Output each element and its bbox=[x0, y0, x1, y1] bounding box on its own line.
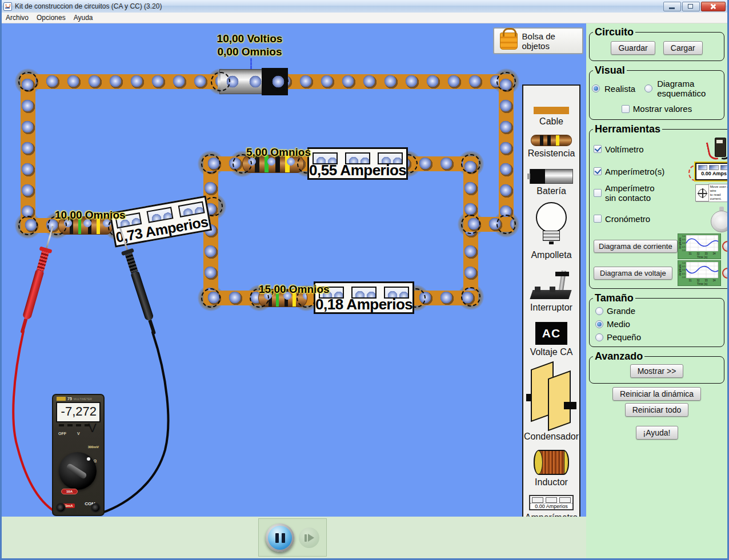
svg-text:-1.0: -1.0 bbox=[682, 249, 686, 252]
menu-ayuda[interactable]: Ayuda bbox=[70, 14, 97, 22]
group-avanzado: Avanzado Mostrar >> bbox=[589, 350, 724, 384]
voltmeter-icon bbox=[707, 137, 729, 161]
wire-left[interactable] bbox=[21, 74, 35, 233]
svg-text:-0.5: -0.5 bbox=[682, 272, 686, 275]
medio-label: Medio bbox=[607, 319, 630, 329]
amperimetros-checkbox[interactable] bbox=[594, 167, 602, 175]
minimize-button[interactable] bbox=[663, 2, 681, 11]
junction[interactable] bbox=[461, 215, 480, 234]
ammeter-tool-icon: 0.00 Amps bbox=[695, 163, 729, 180]
voltage-chart-thumbnail: Amplitude 1.0 0.5 0.0 -0.5 -1.0 31 32 33… bbox=[678, 260, 729, 286]
diagrama-voltaje-button[interactable]: Diagrama de voltaje bbox=[594, 267, 672, 280]
svg-text:-1.0: -1.0 bbox=[682, 276, 686, 279]
multimeter-300mv-label: 300mV bbox=[88, 445, 99, 449]
junction[interactable] bbox=[496, 215, 516, 234]
svg-text:0.0: 0.0 bbox=[682, 242, 685, 244]
diagrama-corriente-button[interactable]: Diagrama de corriente bbox=[594, 240, 678, 253]
grande-radio[interactable] bbox=[595, 307, 603, 315]
pause-button[interactable] bbox=[266, 523, 294, 552]
multimeter-logo bbox=[57, 397, 66, 401]
reiniciar-dinamica-button[interactable]: Reiniciar la dinámica bbox=[612, 387, 701, 401]
restore-button[interactable] bbox=[682, 2, 700, 11]
group-circuito-title: Circuito bbox=[593, 26, 635, 38]
multimeter-brand: MULTIMETER bbox=[74, 397, 92, 401]
svg-text:1.0: 1.0 bbox=[682, 235, 685, 237]
toolbox-item-resistencia[interactable]: Resistencia bbox=[528, 127, 575, 159]
junction[interactable] bbox=[18, 216, 38, 235]
pequeno-label: Pequeño bbox=[607, 332, 641, 342]
restore-icon bbox=[688, 4, 693, 9]
svg-text:0.0: 0.0 bbox=[682, 269, 685, 271]
junction[interactable] bbox=[201, 288, 221, 308]
multimeter-dial[interactable] bbox=[59, 452, 97, 490]
ayuda-button[interactable]: ¡Ayuda! bbox=[636, 426, 678, 440]
sin-contacto-checkbox[interactable] bbox=[594, 189, 602, 197]
grande-label: Grande bbox=[607, 306, 635, 316]
clock-control-bar bbox=[2, 517, 586, 558]
menu-archivo[interactable]: Archivo bbox=[2, 14, 33, 22]
noncontact-ammeter-icon: Move over a wire to read current. bbox=[695, 184, 729, 202]
toolbox-item-cable[interactable]: Cable bbox=[534, 95, 569, 127]
circuit-canvas[interactable]: 0,55 Amperios 0,18 Amperios 0,73 Amperio… bbox=[2, 23, 586, 517]
toolbox-item-amperimetro[interactable]: 0.00 Amperios Amperímetro bbox=[525, 488, 578, 517]
junction[interactable] bbox=[18, 72, 38, 91]
wire-right[interactable] bbox=[499, 74, 514, 232]
black-lead-wire[interactable] bbox=[95, 332, 168, 515]
toolbox-item-interruptor[interactable]: Interruptor bbox=[530, 260, 572, 313]
resistor-10-label: 10,00 Omnios bbox=[55, 209, 126, 221]
multimeter-display: -7,272 V bbox=[56, 402, 101, 422]
junction[interactable] bbox=[211, 72, 230, 91]
junction[interactable] bbox=[201, 154, 221, 174]
toolbox-label: Amperímetro bbox=[525, 513, 578, 517]
chart-clock-icon[interactable] bbox=[722, 268, 729, 279]
pause-icon bbox=[275, 533, 279, 543]
minimize-icon bbox=[669, 7, 675, 9]
mostrar-valores-label: Mostrar valores bbox=[633, 104, 692, 114]
ammeter-mid[interactable]: 0,55 Amperios bbox=[307, 147, 408, 180]
toolbox-item-inductor[interactable]: Inductor bbox=[534, 442, 569, 488]
red-probe[interactable] bbox=[15, 224, 59, 335]
mostrar-avanzado-button[interactable]: Mostrar >> bbox=[630, 364, 684, 378]
battery-resistance-label: 0,00 Omnios bbox=[193, 45, 307, 58]
title-bar[interactable]: Kit de construccion de circuitos (CA y C… bbox=[0, 0, 729, 13]
voltimetro-checkbox[interactable] bbox=[594, 145, 602, 153]
toolbox-item-bateria[interactable]: Batería bbox=[530, 159, 573, 196]
junction[interactable] bbox=[269, 72, 289, 91]
esquematico-radio[interactable] bbox=[644, 84, 652, 92]
toolbox-item-ampolleta[interactable]: Ampolleta bbox=[531, 196, 571, 260]
realista-radio[interactable] bbox=[592, 84, 600, 92]
toolbox-label: Condensador bbox=[524, 432, 579, 442]
inductor-icon bbox=[534, 450, 569, 475]
component-toolbox: Cable Resistencia Batería Ampolleta bbox=[522, 84, 580, 517]
step-icon bbox=[308, 534, 314, 542]
group-visual-title: Visual bbox=[593, 65, 627, 76]
multimeter[interactable]: 75 MULTIMETER -7,272 V OFF V 300mV Ω 10A… bbox=[52, 394, 105, 516]
switch-icon bbox=[530, 271, 572, 300]
toolbox-item-condensador[interactable]: Condensador bbox=[524, 357, 579, 442]
close-button[interactable] bbox=[701, 2, 726, 11]
junction[interactable] bbox=[461, 287, 480, 307]
pequeno-radio[interactable] bbox=[595, 333, 603, 341]
red-probe-tip bbox=[46, 226, 54, 248]
reiniciar-todo-button[interactable]: Reiniciar todo bbox=[625, 403, 689, 417]
guardar-button[interactable]: Guardar bbox=[611, 41, 655, 55]
chart-clock-icon[interactable] bbox=[722, 241, 729, 252]
step-button[interactable] bbox=[299, 527, 319, 548]
cargar-button[interactable]: Cargar bbox=[663, 41, 703, 55]
multimeter-left-port[interactable] bbox=[56, 503, 66, 513]
multimeter-right-port[interactable] bbox=[91, 503, 101, 513]
multimeter-knob[interactable] bbox=[66, 463, 87, 480]
junction[interactable] bbox=[496, 72, 516, 91]
svg-text:-0.5: -0.5 bbox=[682, 245, 686, 248]
junction[interactable] bbox=[461, 154, 480, 174]
mostrar-valores-checkbox[interactable] bbox=[622, 105, 630, 113]
cronometro-checkbox[interactable] bbox=[594, 215, 602, 223]
multimeter-10a-jack-label: 10A bbox=[61, 489, 78, 494]
cronometro-label: Cronómetro bbox=[605, 214, 650, 224]
medio-radio[interactable] bbox=[595, 320, 603, 328]
menu-opciones[interactable]: Opciones bbox=[33, 14, 70, 22]
toolbox-item-voltaje-ca[interactable]: AC Voltaje CA bbox=[530, 313, 573, 357]
sin-contacto-label: Amperímetro sin contacto bbox=[605, 183, 655, 203]
bag-of-objects-button[interactable]: Bolsa de objetos bbox=[493, 27, 583, 54]
ac-voltage-icon: AC bbox=[535, 322, 567, 345]
